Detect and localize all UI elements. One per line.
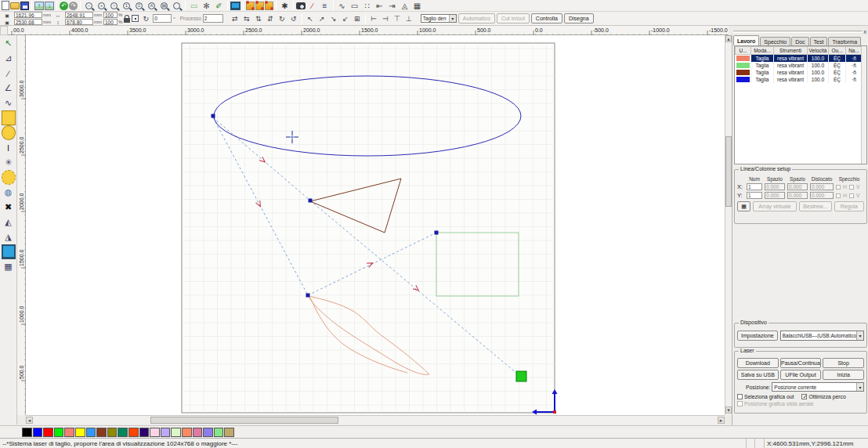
- star-tool-icon[interactable]: ✳: [2, 155, 16, 170]
- palette-color-swatch[interactable]: [33, 428, 43, 437]
- posizione-combo-arrow-icon[interactable]: ▾: [856, 383, 863, 391]
- height-field[interactable]: 678.80: [65, 19, 93, 25]
- scale-y-field[interactable]: 100: [103, 19, 118, 25]
- lock-ratio-icon[interactable]: [124, 18, 130, 23]
- path-node-marker[interactable]: [212, 114, 215, 118]
- image-tool-icon[interactable]: ◍: [2, 185, 16, 200]
- layer-cell[interactable]: [736, 62, 751, 69]
- palette-color-swatch[interactable]: [107, 428, 118, 437]
- palette-color-swatch[interactable]: [171, 428, 181, 437]
- automatico-button[interactable]: Automatico: [458, 13, 495, 23]
- column-header[interactable]: Ou...: [829, 47, 846, 55]
- frame-preview-icon[interactable]: ▭: [188, 1, 200, 11]
- x-dislocato-field[interactable]: 0.000: [810, 183, 834, 190]
- disabled-checkbox[interactable]: [737, 401, 743, 406]
- palette-color-swatch[interactable]: [75, 428, 85, 437]
- impostazione-button[interactable]: Impostazione: [737, 331, 778, 341]
- monitor-preview-icon[interactable]: [230, 2, 241, 10]
- y-mirror-h-checkbox[interactable]: [836, 193, 841, 198]
- scroll-up-icon[interactable]: ▲: [725, 35, 732, 42]
- palette-color-swatch[interactable]: [96, 428, 107, 437]
- seleziona-checkbox[interactable]: [737, 394, 743, 399]
- new-file-icon[interactable]: [2, 1, 9, 10]
- track-frame-icon[interactable]: ✻: [201, 1, 212, 11]
- layer-cell[interactable]: Taglia: [751, 55, 774, 62]
- x-mirror-v-checkbox[interactable]: [849, 185, 854, 190]
- bezier-tool-icon[interactable]: ∿: [2, 96, 16, 110]
- palette-color-swatch[interactable]: [22, 428, 32, 437]
- column-header[interactable]: U...: [736, 47, 751, 55]
- palette-color-swatch[interactable]: [203, 428, 213, 437]
- controlla-button[interactable]: Controlla: [531, 13, 562, 23]
- layer-cell[interactable]: Taglia: [751, 62, 774, 69]
- zoom-window-icon[interactable]: ▫: [110, 2, 118, 9]
- rotate-icon[interactable]: ↻: [140, 13, 151, 24]
- rotate-cw-icon[interactable]: ↻: [277, 13, 288, 24]
- distribute-h-icon[interactable]: ⇤: [374, 1, 385, 11]
- curve-tool-icon[interactable]: ∿: [336, 1, 348, 11]
- array-preview-icon[interactable]: ▦: [737, 201, 750, 211]
- palette-color-swatch[interactable]: [224, 428, 234, 437]
- palette-color-swatch[interactable]: [193, 428, 203, 437]
- palette-color-swatch[interactable]: [54, 428, 64, 437]
- export-image-icon[interactable]: ↓: [45, 2, 54, 10]
- select-tool-icon[interactable]: ↖: [2, 36, 16, 51]
- x-num-field[interactable]: 1: [747, 183, 762, 190]
- layer-list-scrollbar[interactable]: [861, 46, 866, 164]
- horizontal-scrollbar[interactable]: ◄ ►: [26, 415, 725, 425]
- x-spazio-field[interactable]: 0.000: [787, 183, 808, 190]
- send-machine-icon[interactable]: ◬: [399, 1, 410, 11]
- mirror-rl-icon[interactable]: ⇆: [241, 13, 252, 24]
- palette-color-swatch[interactable]: [182, 428, 192, 437]
- align-top-right-icon[interactable]: ↗: [316, 13, 327, 24]
- bestrew--button[interactable]: Bestrew...: [799, 201, 832, 211]
- redo-icon[interactable]: ↷: [69, 2, 78, 10]
- tab-trasforma[interactable]: Trasforma: [828, 37, 861, 45]
- layer-row[interactable]: Tagliaresa vibrant100.0ÉÇ·ñ: [736, 55, 863, 62]
- layer-cell[interactable]: 100.0: [808, 62, 829, 69]
- mirror-lr-icon[interactable]: ⇄: [230, 13, 241, 24]
- open-folder-icon[interactable]: [10, 2, 20, 9]
- scroll-left-icon[interactable]: ◄: [26, 417, 33, 424]
- align-right-icon[interactable]: ⊣: [380, 13, 391, 24]
- zoom-all-icon[interactable]: A: [148, 2, 155, 9]
- palette-color-swatch[interactable]: [118, 428, 128, 437]
- tab-doc[interactable]: Doc: [791, 37, 808, 45]
- layer-color-swatch[interactable]: [736, 56, 750, 61]
- layer-cell[interactable]: Taglia: [751, 69, 774, 76]
- ellipse-draw-icon[interactable]: [2, 125, 16, 140]
- rectangle-draw-icon[interactable]: [2, 110, 16, 125]
- layer-cell[interactable]: 100.0: [808, 76, 829, 83]
- dashed-ellipse-icon[interactable]: [2, 170, 16, 185]
- y-dislocato-field[interactable]: 0.000: [810, 192, 834, 199]
- horizontal-scroll-thumb[interactable]: [150, 417, 338, 424]
- settings-gear-icon[interactable]: ✱: [279, 1, 291, 11]
- y-position-field[interactable]: 2530.68: [14, 19, 42, 25]
- import-image-icon[interactable]: ↑: [34, 2, 44, 10]
- align-bottom-right-icon[interactable]: ↘: [328, 13, 339, 24]
- download-button[interactable]: Download: [737, 358, 779, 368]
- flip-vertical-icon[interactable]: ◮: [2, 229, 16, 244]
- node-edit-tool-icon[interactable]: ⊿: [2, 51, 16, 66]
- simulate-2-icon[interactable]: [255, 2, 264, 10]
- processo-field[interactable]: 2: [203, 14, 223, 23]
- palette-color-swatch[interactable]: [86, 428, 96, 437]
- path-node-marker[interactable]: [435, 231, 439, 235]
- flip-horizontal-icon[interactable]: ◭: [2, 215, 16, 229]
- zoom-1to1-icon[interactable]: 1: [123, 2, 130, 9]
- grid-table-icon[interactable]: ▦: [411, 1, 423, 11]
- palette-color-swatch[interactable]: [128, 428, 139, 437]
- tab-lavoro[interactable]: Lavoro: [733, 35, 759, 45]
- column-header[interactable]: Na...: [846, 47, 863, 55]
- mirror-tb-icon[interactable]: ⇅: [253, 13, 264, 24]
- rotate-ccw-icon[interactable]: ↺: [288, 13, 299, 24]
- zoom-find-icon[interactable]: [173, 2, 180, 9]
- align-top-left-icon[interactable]: ↖: [305, 13, 316, 24]
- disegna-button[interactable]: Disegna: [564, 13, 594, 23]
- array-grid-icon[interactable]: ▦: [2, 259, 16, 274]
- pausa-continua-button[interactable]: Pausa/Continua: [780, 358, 822, 368]
- posizione-combo[interactable]: Posizione corrente▾: [772, 382, 864, 392]
- layer-row[interactable]: Tagliaresa vibrant100.0ÉÇ·ñ: [736, 69, 863, 76]
- rectangle-tool-icon[interactable]: ▭: [349, 1, 360, 11]
- measure-list-icon[interactable]: ≡: [319, 1, 331, 11]
